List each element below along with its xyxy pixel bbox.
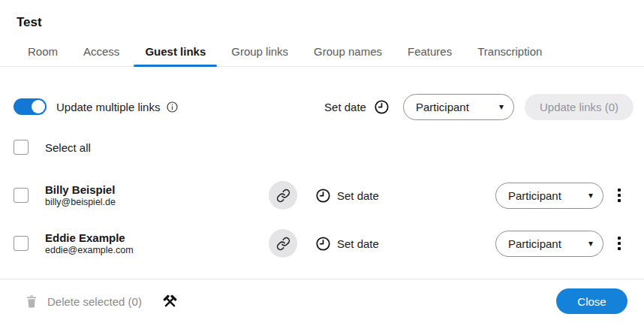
select-all-checkbox[interactable]	[14, 140, 29, 155]
clock-icon	[315, 236, 331, 252]
update-links-button[interactable]: Update links (0)	[525, 94, 633, 120]
copy-link-button[interactable]	[269, 181, 297, 210]
tab-bar: Room Access Guest links Group links Grou…	[0, 38, 644, 67]
toggle-label: Update multiple links	[56, 101, 160, 113]
guest-email: eddie@example.com	[45, 245, 255, 255]
select-all-row: Select all	[14, 140, 644, 155]
set-date-button[interactable]: Set date	[315, 188, 379, 204]
guest-identity: Billy Beispiel billy@beispiel.de	[45, 183, 255, 207]
dialog-footer: Delete selected (0) Close	[0, 279, 644, 323]
guest-email: billy@beispiel.de	[45, 197, 255, 207]
bulk-toolbar: Update multiple links Set date Participa…	[14, 93, 633, 120]
chevron-down-icon: ▾	[499, 102, 504, 111]
guest-checkbox[interactable]	[14, 236, 29, 251]
tab-access[interactable]: Access	[71, 38, 132, 66]
chevron-down-icon: ▾	[588, 239, 593, 248]
tab-group-links[interactable]: Group links	[218, 38, 301, 66]
set-date-label: Set date	[324, 101, 366, 113]
guest-role-dropdown[interactable]: Participant ▾	[495, 183, 603, 209]
set-date-button[interactable]: Set date	[315, 236, 379, 252]
bulk-role-value: Participant	[416, 101, 469, 113]
guest-row-billy: Billy Beispiel billy@beispiel.de Set dat…	[0, 174, 644, 216]
tab-guest-links[interactable]: Guest links	[132, 38, 218, 66]
tab-transcription[interactable]: Transcription	[465, 38, 555, 66]
guest-checkbox[interactable]	[14, 188, 29, 203]
page-title: Test	[0, 0, 644, 30]
guest-row-eddie: Eddie Example eddie@example.com Set date	[0, 222, 644, 264]
row-actions: Participant ▾	[495, 183, 623, 209]
clock-icon[interactable]	[374, 99, 390, 115]
tools-icon[interactable]	[161, 293, 179, 310]
close-button[interactable]: Close	[556, 288, 627, 314]
guest-links-dialog: Test Room Access Guest links Group links…	[0, 0, 644, 264]
set-date-label: Set date	[337, 189, 379, 202]
bulk-role-dropdown[interactable]: Participant ▾	[403, 94, 514, 120]
delete-selected-label: Delete selected (0)	[47, 295, 142, 308]
guest-role-value: Participant	[508, 189, 561, 202]
link-icon	[276, 189, 290, 203]
more-options-icon[interactable]	[615, 234, 623, 253]
guest-list: Billy Beispiel billy@beispiel.de Set dat…	[0, 174, 644, 264]
guest-role-value: Participant	[508, 237, 561, 250]
more-options-icon[interactable]	[615, 186, 623, 205]
row-actions: Participant ▾	[495, 231, 623, 257]
set-date-label: Set date	[337, 237, 379, 250]
guest-identity: Eddie Example eddie@example.com	[45, 231, 255, 255]
trash-icon	[26, 294, 38, 308]
chevron-down-icon: ▾	[588, 191, 593, 200]
info-icon[interactable]	[166, 101, 179, 113]
copy-link-button[interactable]	[269, 229, 297, 258]
delete-selected-button[interactable]: Delete selected (0)	[26, 294, 142, 308]
select-all-label: Select all	[45, 141, 91, 154]
link-icon	[276, 237, 290, 251]
clock-icon	[315, 188, 331, 204]
toggle-knob	[32, 100, 45, 113]
tab-room[interactable]: Room	[15, 38, 71, 66]
tab-features[interactable]: Features	[395, 38, 465, 66]
guest-name: Billy Beispiel	[45, 183, 255, 196]
guest-name: Eddie Example	[45, 231, 255, 244]
guest-role-dropdown[interactable]: Participant ▾	[495, 231, 603, 257]
update-multiple-links-toggle[interactable]	[14, 98, 47, 115]
tab-group-names[interactable]: Group names	[301, 38, 395, 66]
toolbar-right: Set date Participant ▾ Update links (0)	[324, 94, 633, 120]
